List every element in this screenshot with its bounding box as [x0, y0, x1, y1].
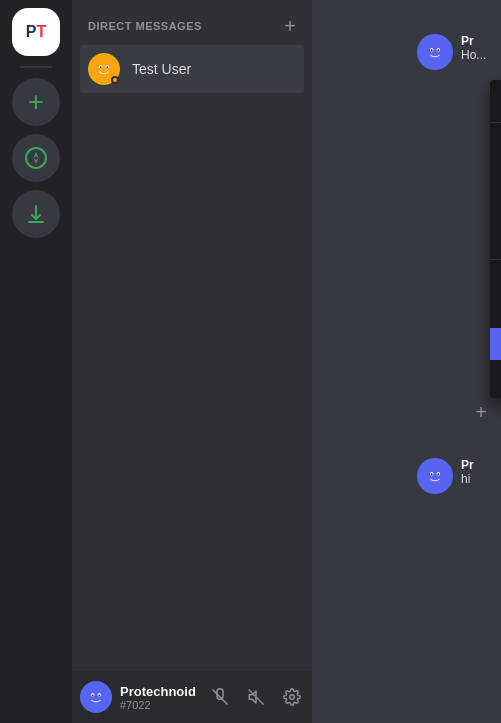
svg-point-26: [437, 473, 439, 475]
msg-username-2: Pr: [461, 458, 474, 472]
user-discriminator: #7022: [120, 699, 196, 711]
test-user-unread-dot: [111, 76, 119, 84]
svg-line-14: [212, 690, 227, 705]
dm-username-test-user: Test User: [132, 61, 191, 77]
user-bar: Protechnoid #7022: [72, 671, 312, 723]
context-menu-item-add-note[interactable]: Add Note: [490, 191, 501, 223]
msg-content-1: Pr Ho...: [461, 34, 486, 62]
context-menu-item-mute[interactable]: Mute ›: [490, 360, 501, 392]
server-icon-discover[interactable]: [12, 134, 60, 182]
context-menu-item-call[interactable]: Call: [490, 159, 501, 191]
pt-p: P: [26, 23, 37, 41]
server-icon-pt[interactable]: PT: [12, 8, 60, 56]
context-menu-item-invite-to-server[interactable]: Invite to Server ›: [490, 264, 501, 296]
svg-point-0: [26, 148, 46, 168]
server-icon-add[interactable]: +: [12, 78, 60, 126]
pt-t: T: [36, 23, 46, 41]
dm-header: DIRECT MESSAGES +: [72, 0, 312, 44]
svg-point-21: [437, 49, 439, 51]
msg-text-2: hi: [461, 472, 474, 486]
svg-marker-2: [34, 158, 39, 164]
settings-button[interactable]: [276, 681, 308, 713]
dm-sidebar: DIRECT MESSAGES + Test User: [72, 0, 312, 723]
svg-point-17: [424, 41, 446, 63]
download-icon: [24, 202, 48, 226]
context-menu-separator-2: [490, 259, 501, 260]
dm-item-test-user[interactable]: Test User: [80, 45, 304, 93]
svg-point-16: [290, 695, 295, 700]
dm-avatar-test-user: [88, 53, 120, 85]
user-controls: [204, 681, 308, 713]
dm-add-button[interactable]: +: [284, 16, 296, 36]
context-menu-item-profile[interactable]: Profile: [490, 127, 501, 159]
context-menu-separator-1: [490, 122, 501, 123]
server-sidebar: PT +: [0, 0, 72, 723]
svg-point-22: [424, 465, 446, 487]
context-menu-item-close-dm[interactable]: Close DM: [490, 223, 501, 255]
settings-icon: [283, 688, 301, 706]
svg-point-9: [85, 686, 107, 708]
svg-point-7: [100, 66, 102, 68]
chat-message-2: Pr hi: [413, 454, 501, 498]
svg-marker-1: [34, 152, 39, 158]
mute-button[interactable]: [204, 681, 236, 713]
dm-list: Test User: [72, 44, 312, 671]
mute-icon: [211, 688, 229, 706]
deafen-icon: [247, 688, 265, 706]
svg-point-25: [431, 473, 433, 475]
msg-text-1: Ho...: [461, 48, 486, 62]
context-menu-item-add-friend[interactable]: Add Friend: [490, 296, 501, 328]
msg-username-1: Pr: [461, 34, 486, 48]
user-info: Protechnoid #7022: [120, 684, 196, 711]
msg-avatar-1: [417, 34, 453, 70]
context-menu: Mark As Read Profile Call Add Note Close…: [490, 80, 501, 398]
add-attachment-button[interactable]: +: [465, 396, 497, 428]
right-chat-partial: Pr Ho... Pr hi +: [413, 30, 501, 498]
user-avatar-icon: [85, 686, 107, 708]
msg-avatar-2: [417, 458, 453, 494]
server-icon-download[interactable]: [12, 190, 60, 238]
main-area: Pr Ho... Pr hi +: [312, 0, 501, 723]
svg-point-13: [98, 694, 100, 696]
context-menu-item-block[interactable]: Block: [490, 328, 501, 360]
svg-point-8: [106, 66, 108, 68]
svg-point-12: [92, 694, 94, 696]
compass-icon: [24, 146, 48, 170]
server-separator: [20, 66, 52, 68]
msg-content-2: Pr hi: [461, 458, 474, 486]
context-menu-item-mark-as-read[interactable]: Mark As Read: [490, 86, 501, 118]
user-avatar: [80, 681, 112, 713]
deafen-button[interactable]: [240, 681, 272, 713]
svg-point-20: [431, 49, 433, 51]
msg-avatar-icon-1: [424, 41, 446, 63]
username: Protechnoid: [120, 684, 196, 699]
msg-avatar-icon-2: [424, 465, 446, 487]
dm-header-label: DIRECT MESSAGES: [88, 20, 202, 32]
chat-message-1: Pr Ho...: [413, 30, 501, 74]
